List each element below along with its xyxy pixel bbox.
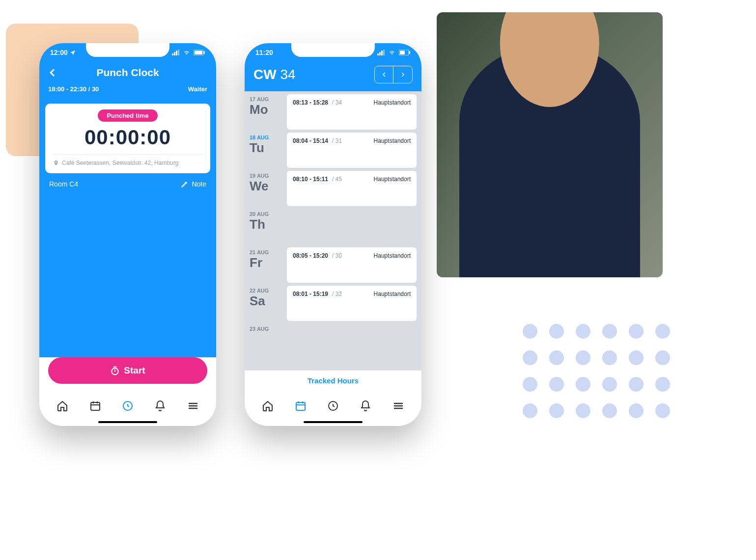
day-column: 23 AUG: [250, 324, 281, 359]
battery-icon: [399, 50, 411, 55]
week-nav-group: [374, 66, 413, 83]
time-entry-card[interactable]: 08:10 - 15:11/ 45Hauptstandort: [287, 171, 417, 206]
bottom-nav: [39, 391, 216, 426]
decorative-dots-grid: [523, 324, 670, 418]
day-date: 23 AUG: [250, 326, 281, 332]
time-entry-card[interactable]: 08:04 - 15:14/ 31Hauptstandort: [287, 133, 417, 168]
nav-home[interactable]: [261, 399, 275, 413]
nav-clock[interactable]: [121, 399, 135, 413]
day-column: 22 AUGSa: [250, 286, 281, 321]
svg-rect-12: [381, 51, 383, 55]
punch-clock-header: Punch Clock 18:00 - 22:30 / 30 Waiter: [39, 62, 216, 100]
day-abbr: Sa: [250, 293, 281, 309]
page-title: Punch Clock: [96, 67, 159, 79]
note-button[interactable]: Note: [181, 180, 206, 188]
break-duration: / 30: [332, 252, 342, 259]
nav-menu[interactable]: [186, 399, 200, 413]
prev-week-button[interactable]: [375, 66, 393, 83]
time-entry-card: [287, 209, 417, 244]
room-label: Room C4: [49, 180, 78, 188]
shift-time-label: 18:00 - 22:30 / 30: [48, 85, 99, 93]
address-text: Café Seeterassen, Seewaldstr. 42, Hambur…: [62, 160, 178, 166]
location-label: Hauptstandort: [374, 176, 411, 183]
svg-rect-5: [195, 51, 202, 54]
day-abbr: Th: [250, 217, 281, 232]
wifi-icon: [183, 50, 191, 55]
phone-week-view: 11:20 CW 34 17 AUGMo08:13 - 15:28/ 34Hau…: [245, 43, 421, 426]
timer-card: Punched time 00:00:00 Café Seeterassen, …: [45, 104, 210, 173]
svg-rect-16: [409, 51, 410, 54]
time-range: 08:05 - 15:20: [293, 252, 328, 259]
home-indicator: [98, 421, 157, 423]
time-entry-card[interactable]: 08:01 - 15:19/ 32Hauptstandort: [287, 286, 417, 321]
hero-photo: [437, 12, 663, 277]
nav-bell[interactable]: [153, 399, 167, 413]
nav-clock[interactable]: [326, 399, 340, 413]
location-label: Hauptstandort: [374, 291, 411, 297]
day-list[interactable]: 17 AUGMo08:13 - 15:28/ 34Hauptstandort18…: [245, 91, 421, 370]
role-label: Waiter: [188, 85, 207, 93]
person-silhouette: [459, 44, 640, 277]
day-date: 18 AUG: [250, 134, 281, 140]
day-row[interactable]: 17 AUGMo08:13 - 15:28/ 34Hauptstandort: [250, 94, 417, 130]
next-week-button[interactable]: [393, 66, 412, 83]
time-range: 08:04 - 15:14: [293, 137, 328, 144]
status-time: 12:00: [50, 49, 68, 56]
day-abbr: We: [250, 179, 281, 194]
svg-rect-1: [174, 52, 175, 55]
day-date: 17 AUG: [250, 96, 281, 102]
svg-rect-0: [172, 53, 173, 55]
phone-punch-clock: 12:00 Punch Clock 18:00 - 22:30 / 30 Wai…: [39, 43, 216, 426]
time-range: 08:10 - 15:11: [293, 176, 328, 183]
time-range: 08:13 - 15:28: [293, 99, 328, 106]
pin-icon: [53, 160, 59, 166]
day-row[interactable]: 19 AUGWe08:10 - 15:11/ 45Hauptstandort: [250, 171, 417, 206]
nav-home[interactable]: [56, 399, 69, 413]
battery-icon: [194, 50, 205, 55]
phone-notch: [291, 43, 375, 57]
timer-value: 00:00:00: [84, 126, 171, 149]
svg-rect-3: [178, 50, 179, 55]
time-entry-card: [287, 324, 417, 359]
day-row[interactable]: 20 AUGTh: [250, 209, 417, 244]
break-duration: / 31: [332, 137, 342, 144]
nav-bell[interactable]: [359, 399, 372, 413]
day-row[interactable]: 21 AUGFr08:05 - 15:20/ 30Hauptstandort: [250, 247, 417, 283]
day-row[interactable]: 23 AUG: [250, 324, 417, 359]
start-button[interactable]: Start: [48, 357, 207, 384]
time-entry-card[interactable]: 08:13 - 15:28/ 34Hauptstandort: [287, 94, 417, 130]
day-date: 20 AUG: [250, 211, 281, 217]
phone-notch: [86, 43, 169, 57]
location-label: Hauptstandort: [374, 137, 411, 144]
week-header: CW 34: [245, 62, 421, 91]
day-abbr: Mo: [250, 102, 281, 117]
svg-rect-6: [204, 51, 205, 54]
day-row[interactable]: 22 AUGSa08:01 - 15:19/ 32Hauptstandort: [250, 286, 417, 321]
svg-rect-2: [176, 51, 177, 55]
back-button[interactable]: [48, 67, 57, 78]
svg-rect-11: [379, 52, 381, 55]
nav-calendar[interactable]: [294, 399, 308, 413]
nav-menu[interactable]: [392, 399, 405, 413]
tracked-hours-button[interactable]: Tracked Hours: [245, 370, 421, 391]
location-label: Hauptstandort: [374, 252, 411, 259]
signal-icon: [377, 50, 385, 55]
svg-rect-8: [91, 402, 100, 410]
day-abbr: Fr: [250, 255, 281, 270]
day-column: 18 AUGTu: [250, 133, 281, 168]
punch-clock-body: Punched time 00:00:00 Café Seeterassen, …: [39, 100, 216, 357]
time-range: 08:01 - 15:19: [293, 291, 328, 297]
day-column: 21 AUGFr: [250, 247, 281, 283]
time-entry-card[interactable]: 08:05 - 15:20/ 30Hauptstandort: [287, 247, 417, 283]
wifi-icon: [388, 50, 396, 55]
day-column: 20 AUGTh: [250, 209, 281, 244]
location-arrow-icon: [70, 50, 76, 55]
signal-icon: [172, 50, 180, 55]
note-label: Note: [192, 180, 206, 188]
day-row[interactable]: 18 AUGTu08:04 - 15:14/ 31Hauptstandort: [250, 133, 417, 168]
punched-time-badge: Punched time: [98, 109, 157, 122]
svg-rect-15: [400, 51, 405, 54]
svg-rect-17: [296, 402, 305, 410]
bottom-nav: [245, 391, 421, 426]
nav-calendar[interactable]: [88, 399, 102, 413]
